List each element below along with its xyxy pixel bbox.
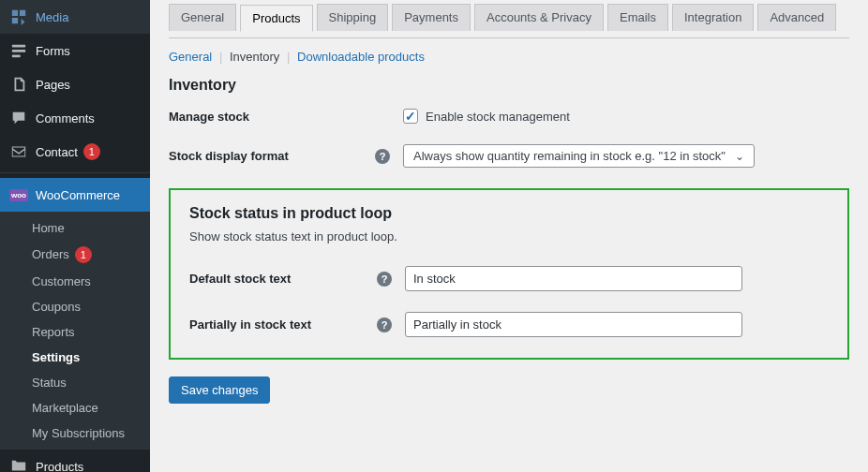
forms-icon	[9, 41, 28, 60]
sidebar-item-forms[interactable]: Forms	[0, 34, 150, 67]
admin-sidebar: Media Forms Pages Comments Contact 1	[0, 0, 150, 472]
sidebar-item-pages[interactable]: Pages	[0, 67, 150, 101]
row-default-stock-text: Default stock text ?	[189, 266, 829, 291]
tab-accounts-privacy[interactable]: Accounts & Privacy	[474, 4, 604, 31]
submenu-item-orders[interactable]: Orders1	[0, 241, 150, 269]
tab-integration[interactable]: Integration	[672, 4, 754, 31]
help-icon[interactable]: ?	[375, 149, 390, 164]
sidebar-item-label: Contact	[36, 145, 78, 159]
svg-rect-1	[12, 50, 25, 52]
submenu-item-reports[interactable]: Reports	[0, 319, 150, 345]
partial-stock-label: Partially in stock text	[189, 317, 377, 332]
sidebar-item-label: Comments	[36, 111, 95, 125]
sidebar-item-label: Pages	[36, 78, 70, 92]
tabs-border	[169, 37, 849, 38]
section-description: Show stock status text in product loop.	[189, 229, 829, 243]
enable-stock-label: Enable stock management	[426, 110, 570, 124]
subnav-separator: |	[219, 50, 222, 64]
sidebar-item-contact[interactable]: Contact 1	[0, 135, 150, 169]
sidebar-item-media[interactable]: Media	[0, 0, 150, 34]
sidebar-item-label: Media	[36, 10, 68, 24]
submenu-item-coupons[interactable]: Coupons	[0, 294, 150, 319]
comments-icon	[9, 109, 28, 127]
row-stock-display-format: Stock display format ? Always show quant…	[169, 144, 849, 168]
row-manage-stock: Manage stock Enable stock management	[169, 109, 849, 124]
tab-general[interactable]: General	[169, 4, 236, 31]
products-subnav: General | Inventory | Downloadable produ…	[169, 48, 849, 77]
main-content: General Products Shipping Payments Accou…	[150, 0, 868, 472]
sidebar-separator	[0, 169, 150, 173]
chevron-down-icon: ⌄	[735, 150, 744, 163]
manage-stock-label: Manage stock	[169, 110, 375, 124]
section-title: Stock status in product loop	[189, 205, 829, 222]
sidebar-item-label: WooCommerce	[36, 188, 120, 202]
enable-stock-checkbox[interactable]	[403, 109, 418, 124]
default-stock-label: Default stock text	[189, 272, 377, 286]
subnav-separator: |	[287, 50, 290, 64]
stock-display-select[interactable]: Always show quantity remaining in stock …	[403, 144, 755, 168]
save-changes-button[interactable]: Save changes	[169, 376, 270, 404]
tab-advanced[interactable]: Advanced	[757, 4, 836, 31]
subnav-inventory: Inventory	[230, 50, 279, 64]
svg-rect-2	[12, 55, 21, 58]
submenu-item-marketplace[interactable]: Marketplace	[0, 395, 150, 420]
default-stock-input[interactable]	[405, 266, 742, 291]
subnav-general[interactable]: General	[169, 50, 212, 64]
submenu-item-my-subscriptions[interactable]: My Subscriptions	[0, 420, 150, 446]
sidebar-item-products[interactable]: Products	[0, 450, 150, 472]
submenu-item-status[interactable]: Status	[0, 370, 150, 395]
woocommerce-submenu: Home Orders1 Customers Coupons Reports S…	[0, 212, 150, 450]
page-heading: Inventory	[169, 77, 849, 94]
submenu-item-settings[interactable]: Settings	[0, 345, 150, 370]
svg-rect-0	[12, 45, 25, 48]
tab-emails[interactable]: Emails	[607, 4, 668, 31]
submenu-item-customers[interactable]: Customers	[0, 269, 150, 294]
sidebar-item-woocommerce[interactable]: woo WooCommerce	[0, 178, 150, 212]
section-stock-status-loop: Stock status in product loop Show stock …	[169, 188, 849, 360]
notification-badge: 1	[83, 143, 100, 160]
stock-display-label: Stock display format	[169, 149, 375, 163]
row-partial-stock-text: Partially in stock text ?	[189, 312, 829, 337]
select-value: Always show quantity remaining in stock …	[413, 149, 726, 163]
products-icon	[9, 457, 28, 472]
pages-icon	[9, 75, 28, 94]
help-icon[interactable]: ?	[377, 272, 392, 287]
subnav-downloadable[interactable]: Downloadable products	[297, 50, 425, 64]
tab-payments[interactable]: Payments	[392, 4, 471, 31]
notification-badge: 1	[75, 246, 92, 263]
sidebar-item-label: Products	[36, 460, 83, 473]
submenu-item-home[interactable]: Home	[0, 215, 150, 241]
partial-stock-input[interactable]	[405, 312, 742, 337]
sidebar-item-comments[interactable]: Comments	[0, 101, 150, 135]
enable-stock-checkbox-wrap[interactable]: Enable stock management	[403, 109, 570, 124]
media-icon	[9, 7, 28, 26]
tab-products[interactable]: Products	[240, 5, 312, 32]
tab-shipping[interactable]: Shipping	[317, 4, 389, 31]
settings-tabs: General Products Shipping Payments Accou…	[169, 4, 849, 31]
help-icon[interactable]: ?	[377, 317, 392, 332]
sidebar-item-label: Forms	[36, 44, 70, 58]
envelope-icon	[9, 142, 28, 161]
woocommerce-icon: woo	[9, 185, 28, 204]
